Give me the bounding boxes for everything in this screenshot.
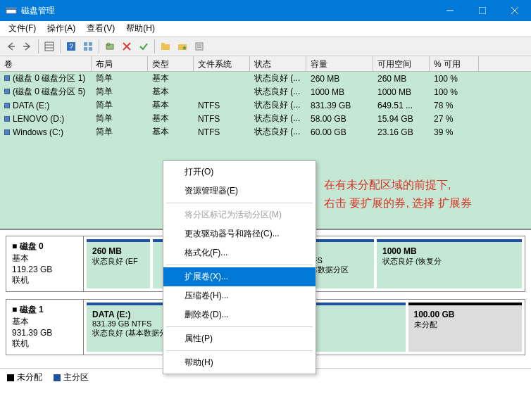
table-header: 卷 布局 类型 文件系统 状态 容量 可用空间 % 可用 [0,56,531,72]
help-icon[interactable]: ? [63,39,79,54]
disk-0-partition-1[interactable]: 260 MB 状态良好 (EF [87,239,150,288]
delete-icon[interactable] [119,39,135,54]
disk-1-unallocated[interactable]: 100.00 GB 未分配 [408,303,523,352]
svg-rect-21 [161,44,170,50]
window-title: 磁盘管理 [21,5,434,17]
properties-icon[interactable] [192,39,207,54]
forward-icon[interactable] [20,39,35,54]
list-view-icon[interactable] [42,39,57,54]
svg-rect-3 [479,7,486,14]
disk-0-partition-recovery[interactable]: 1000 MB 状态良好 (恢复分 [377,239,522,288]
menubar: 文件(F) 操作(A) 查看(V) 帮助(H) [0,21,531,37]
ctx-shrink-volume[interactable]: 压缩卷(H)... [163,286,316,305]
disk-0-size: 119.23 GB [12,265,77,274]
ctx-format[interactable]: 格式化(F)... [163,243,316,262]
col-capacity[interactable]: 容量 [306,56,373,71]
disk-0-label[interactable]: ■ 磁盘 0 基本 119.23 GB 联机 [6,236,84,291]
minimize-button[interactable] [434,0,466,21]
table-row[interactable]: (磁盘 0 磁盘分区 5)简单基本状态良好 (...1000 MB1000 MB… [0,85,531,98]
app-icon [6,5,17,16]
toolbar: ? [0,37,531,56]
table-row[interactable]: LENOVO (D:)简单基本NTFS状态良好 (...58.00 GB15.9… [0,112,531,125]
svg-rect-25 [196,43,203,50]
folder-icon[interactable] [158,39,173,54]
disk-1-label[interactable]: ■ 磁盘 1 基本 931.39 GB 联机 [6,300,84,355]
ctx-delete-volume[interactable]: 删除卷(D)... [163,305,316,324]
refresh-icon[interactable] [102,39,118,54]
disk-0-state: 联机 [12,274,77,286]
col-volume[interactable]: 卷 [0,56,92,71]
col-type[interactable]: 类型 [148,56,194,71]
svg-rect-13 [84,42,87,46]
folder-star-icon[interactable] [175,39,190,54]
legend-primary: 主分区 [63,372,89,382]
svg-rect-15 [84,47,87,51]
ctx-properties[interactable]: 属性(P) [163,329,316,348]
disk-0-title: 磁盘 0 [20,241,44,251]
menu-view[interactable]: 查看(V) [81,21,120,36]
col-fs[interactable]: 文件系统 [194,56,250,71]
svg-rect-22 [161,43,165,45]
table-row[interactable]: Windows (C:)简单基本NTFS状态良好 (...60.00 GB23.… [0,125,531,139]
svg-rect-1 [6,8,16,10]
ctx-explorer[interactable]: 资源管理器(E) [163,182,316,201]
grid-icon[interactable] [80,39,96,54]
titlebar[interactable]: 磁盘管理 [0,0,531,21]
svg-rect-14 [89,42,92,46]
ctx-change-drive[interactable]: 更改驱动器号和路径(C)... [163,224,316,243]
menu-help[interactable]: 帮助(H) [120,21,161,36]
legend-unallocated: 未分配 [17,372,42,382]
maximize-button[interactable] [466,0,499,21]
col-free[interactable]: 可用空间 [373,56,430,71]
ctx-extend-volume[interactable]: 扩展卷(X)... [163,267,316,286]
ctx-help[interactable]: 帮助(H) [163,353,316,372]
menu-action[interactable]: 操作(A) [42,21,81,36]
svg-text:?: ? [69,43,73,51]
col-layout[interactable]: 布局 [92,56,148,71]
disk-1-title: 磁盘 1 [20,305,44,314]
close-button[interactable] [499,0,531,21]
apply-icon[interactable] [136,39,151,54]
table-row[interactable]: DATA (E:)简单基本NTFS状态良好 (...831.39 GB649.5… [0,98,531,112]
back-icon[interactable] [3,39,18,54]
disk-1-type: 基本 [12,316,77,328]
menu-file[interactable]: 文件(F) [3,21,42,36]
disk-0-type: 基本 [12,253,77,265]
col-pct[interactable]: % 可用 [430,56,479,71]
table-row[interactable]: (磁盘 0 磁盘分区 1)简单基本状态良好 (...260 MB260 MB10… [0,72,531,85]
svg-rect-16 [89,47,92,51]
context-menu: 打开(O) 资源管理器(E) 将分区标记为活动分区(M) 更改驱动器号和路径(C… [163,160,316,374]
disk-1-state: 联机 [12,338,77,350]
svg-rect-8 [45,42,54,51]
disk-1-size: 931.39 GB [12,328,77,338]
col-status[interactable]: 状态 [250,56,306,71]
ctx-mark-active: 将分区标记为活动分区(M) [163,205,316,224]
ctx-open[interactable]: 打开(O) [163,163,316,182]
